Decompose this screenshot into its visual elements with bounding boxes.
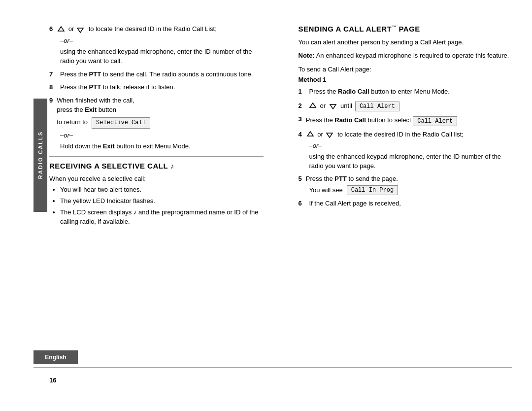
r-step5-content: Press the PTT to send the page.	[306, 175, 512, 182]
r-step3-lcd: Call Alert	[413, 116, 457, 126]
r-step3-num: 3	[299, 115, 302, 123]
bullet-2: The yellow LED Indicator flashes.	[60, 197, 264, 206]
svg-marker-4	[307, 132, 313, 136]
r-arrow-up-2	[308, 103, 317, 109]
step-8: 8 Press the PTT to talk; release it to l…	[49, 83, 264, 92]
r-step4-or: or	[317, 131, 325, 138]
method-label: Method 1	[299, 76, 513, 83]
step9-or-divider: –or–	[60, 132, 264, 139]
left-column: 6 or to locate the desired ID in the Rad…	[49, 20, 264, 391]
r-step1-bold: Radio Call	[338, 88, 369, 95]
step8-suffix: to talk; release it to listen.	[101, 83, 175, 91]
arrow-down-icon	[76, 26, 85, 33]
r-step2-until: until	[340, 102, 352, 109]
right-step-6: 6 If the Call Alert page is received,	[299, 199, 513, 208]
r-step5-see-row: You will see Call In Prog	[309, 184, 513, 195]
r-step5-suffix: to send the page.	[347, 175, 398, 182]
step9-num: 9	[49, 96, 53, 129]
music-note-heading: ♪	[170, 162, 174, 170]
r-step4-sub: using the enhanced keypad microphone, en…	[309, 152, 513, 171]
step9-line2-suffix: button	[97, 106, 116, 113]
step6-body: to locate the desired ID in the Radio Ca…	[89, 25, 217, 33]
arrow-up-icon	[57, 26, 66, 33]
right-column: SENDING A CALL ALERT™ PAGE You can alert…	[299, 20, 513, 391]
sending-heading-text: SENDING A CALL ALERT	[299, 25, 392, 33]
bullet-list: You will hear two alert tones. The yello…	[60, 185, 264, 226]
step8-ptt: PTT	[89, 83, 101, 91]
exit-note-suffix: button to exit Menu Mode.	[115, 142, 191, 150]
bullet-3: The LCD screen displays ♪ and the prepro…	[60, 208, 264, 227]
step7-suffix: to send the call. The radio sounds a con…	[101, 70, 253, 78]
column-divider	[281, 20, 281, 391]
right-step-5: 5 Press the PTT to send the page. You wi…	[299, 175, 513, 195]
right-step-4: 4 or to locate the desired ID in the Rad…	[299, 130, 513, 171]
r-step4-content: or to locate the desired ID in the Radio…	[306, 130, 464, 139]
sidebar-tab: Radio Calls	[33, 99, 47, 212]
step6-content: or to locate the desired ID in the Radio…	[57, 25, 217, 34]
step-7: 7 Press the PTT to send the call. The ra…	[49, 70, 264, 79]
selective-call-lcd: Selective Call	[92, 117, 150, 129]
bullet3-prefix: The LCD screen displays	[60, 208, 133, 216]
r-step4-or-div: –or–	[309, 142, 513, 149]
r-step1-content: Press the Radio Call button to enter Men…	[309, 87, 513, 97]
r-step3-prefix: Press the	[306, 116, 335, 124]
r-step5-ptt: PTT	[334, 175, 347, 182]
step6-or: or	[68, 25, 76, 33]
svg-marker-3	[330, 104, 336, 109]
main-content: 6 or to locate the desired ID in the Rad…	[49, 20, 512, 391]
to-send-text: To send a Call Alert page:	[299, 66, 513, 73]
r-step1-num: 1	[299, 87, 305, 97]
note-label: Note:	[299, 52, 315, 59]
page-word: PAGE	[399, 25, 420, 33]
r-step5-see: You will see	[309, 186, 343, 194]
step9-return: to return to	[57, 118, 88, 127]
svg-marker-0	[58, 27, 64, 31]
step-9: 9 When finished with the call, press the…	[49, 96, 264, 151]
r-arrow-down-4	[325, 131, 334, 138]
exit-note-bold: Exit	[103, 142, 115, 150]
receiving-intro: When you receive a selective call:	[49, 175, 264, 182]
r-step1-prefix: Press the	[309, 88, 338, 95]
right-step-2: 2 or until Call Alert	[299, 101, 513, 111]
note-body: An enhanced keypad microphone is require…	[316, 52, 509, 59]
r-step3-content: Press the Radio Call button to select Ca…	[306, 115, 512, 126]
r-step6-num: 6	[299, 199, 305, 208]
step-6: 6 or to locate the desired ID in the Rad…	[49, 25, 264, 66]
step7-ptt: PTT	[89, 70, 101, 78]
r-step2-num: 2	[299, 102, 305, 109]
step8-content: Press the PTT to talk; release it to lis…	[60, 83, 264, 92]
right-intro: You can alert another person by sending …	[299, 38, 513, 47]
receiving-heading-text: RECEIVING A SELECTIVE CALL	[49, 162, 168, 170]
receiving-heading: RECEIVING A SELECTIVE CALL ♪	[49, 162, 264, 170]
svg-marker-1	[77, 28, 83, 33]
r-step5-prefix: Press the	[306, 175, 335, 182]
r-step2-lcd: Call Alert	[355, 102, 399, 111]
step6-or-divider: –or–	[60, 37, 264, 44]
step9-line2-prefix: press the	[57, 106, 85, 113]
tm-symbol: ™	[392, 25, 397, 30]
step9-content: When finished with the call, press the E…	[57, 96, 150, 129]
svg-marker-2	[310, 103, 316, 107]
r-step6-body: If the Call Alert page is received,	[309, 199, 513, 208]
step7-content: Press the PTT to send the call. The radi…	[60, 70, 264, 79]
r-arrow-down-2	[329, 103, 337, 109]
right-step-1: 1 Press the Radio Call button to enter M…	[299, 87, 513, 97]
step8-prefix: Press the	[60, 83, 89, 91]
r-step4-num: 4	[299, 130, 302, 139]
step6-sub: using the enhanced keypad microphone, en…	[60, 47, 264, 66]
r-step4-body: to locate the desired ID in the Radio Ca…	[337, 131, 464, 138]
step8-num: 8	[49, 83, 56, 92]
r-step2-or: or	[320, 102, 326, 109]
r-step5-lcd: Call In Prog	[347, 185, 398, 195]
note-block: Note: An enhanced keypad microphone is r…	[299, 51, 513, 61]
r-arrow-up-4	[306, 131, 315, 138]
r-step3-suffix: button to select	[366, 116, 411, 124]
step7-num: 7	[49, 70, 56, 79]
left-divider	[49, 156, 264, 157]
svg-marker-5	[327, 133, 332, 137]
step7-prefix: Press the	[60, 70, 89, 78]
r-step3-bold: Radio Call	[334, 116, 366, 124]
step9-exit: Exit	[85, 106, 97, 113]
right-step-3: 3 Press the Radio Call button to select …	[299, 115, 513, 126]
sidebar-tab-label: Radio Calls	[37, 131, 43, 179]
